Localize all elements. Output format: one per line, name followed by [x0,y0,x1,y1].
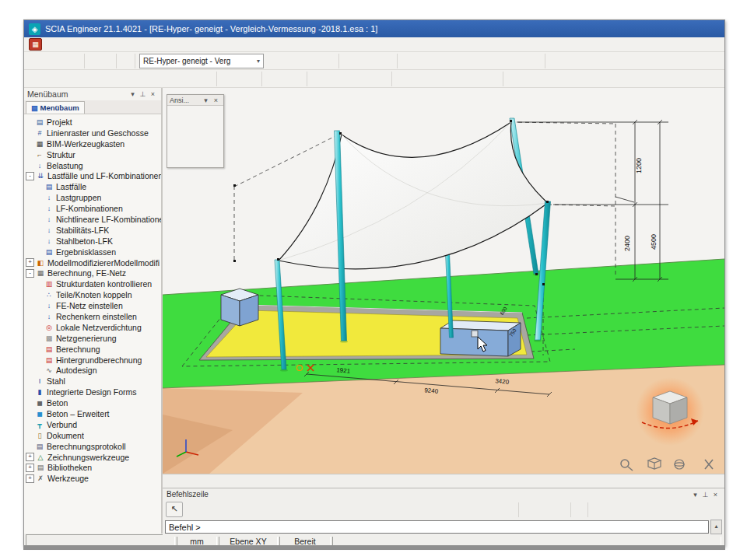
point-tool-icon[interactable] [29,72,42,85]
set-view-point-icon[interactable] [181,119,194,131]
move-icon[interactable] [278,72,291,85]
tree-expander[interactable]: + [26,464,34,472]
tree-zeichnungswerkzeuge[interactable]: + △ Zeichnungswerkzeuge [24,452,161,463]
show-loads-icon[interactable] [188,475,200,488]
half-a-icon[interactable] [474,72,487,85]
arc-center-icon[interactable] [684,503,696,516]
support-tool-icon[interactable] [174,72,188,85]
rectangle-tool-icon[interactable] [108,72,121,85]
snap-plane-icon[interactable] [545,503,556,516]
zoom-all-icon[interactable] [181,131,194,142]
light-icon[interactable] [169,142,181,154]
column-icon[interactable] [587,54,601,67]
snap-vector-icon[interactable] [556,503,568,516]
circle-dim-icon[interactable] [545,72,559,85]
section-a-icon[interactable] [612,72,625,85]
cross-link-icon[interactable] [161,72,174,85]
zoom-window-icon[interactable] [169,131,181,142]
tree-belastung[interactable]: ↓ Belastung [24,160,161,171]
close-icon[interactable]: × [710,491,721,499]
view-4-icon[interactable] [206,107,219,119]
layer-icon[interactable] [282,475,293,488]
tree-projekt[interactable]: ▤ Projekt [24,117,161,128]
show-supports-icon[interactable] [200,475,212,488]
tree-beton[interactable]: ◼ Beton [24,397,161,408]
opening-icon[interactable] [667,54,680,67]
add-node-icon[interactable] [310,72,323,85]
camera-2-icon[interactable] [194,142,206,154]
member-2d-icon[interactable] [561,54,574,67]
tree-bibliotheken[interactable]: + ▤ Bibliotheken [24,463,161,474]
tree-lastfaelle[interactable]: ▤ Lastfälle [24,181,161,192]
tree-netzgenerierung[interactable]: ▩ Netzgenerierung [24,333,161,344]
tree-bim-werkzeugkasten[interactable]: ▦ BIM-Werkzeugkasten [24,138,161,149]
abort-icon[interactable] [342,54,355,67]
zoom-out-icon[interactable] [206,119,219,131]
clipboard-icon[interactable] [323,54,336,67]
tree-expander[interactable]: + [26,258,34,267]
free-node-icon[interactable] [188,72,201,85]
copy-attributes-icon[interactable] [270,54,283,67]
wave-tool-icon[interactable] [638,72,651,85]
node-tool-icon[interactable] [148,72,161,85]
sum-icon[interactable] [310,54,323,67]
beam-icon[interactable] [574,54,587,67]
line-tool-icon[interactable] [42,72,55,85]
command-input[interactable] [165,520,709,534]
rib-icon[interactable] [601,54,614,67]
tree-fe-netz-einstellen[interactable]: ↓ FE-Netz einstellen [24,300,161,311]
tree-expander[interactable]: - [26,269,34,278]
view-params-icon[interactable] [206,142,219,154]
line-grid-icon[interactable] [696,503,707,516]
triangle-tool-icon[interactable] [559,72,572,85]
view-1-icon[interactable] [169,107,181,119]
fast-draw-icon[interactable] [258,475,270,488]
tree-nichtlineare-lf[interactable]: ↓ Nichtlineare LF-Kombinatione [24,214,161,225]
snap-line-icon[interactable] [469,503,481,516]
tree-werkzeuge[interactable]: + ✗ Werkzeuge [24,473,161,484]
tree-rechenkern-einstellen[interactable]: ↓ Rechenkern einstellen [24,311,161,322]
frame-y-icon[interactable] [693,54,707,67]
angle-dim-icon[interactable] [519,72,532,85]
tree-modellmodifizierer[interactable]: + ◧ ModellmodifiziererModellmodifi [24,257,161,268]
tree-linienraster[interactable]: # Linienraster und Geschosse [24,128,161,138]
close-icon[interactable]: × [148,90,158,98]
parallel-tool-icon[interactable] [598,72,612,85]
tree-hintergrundberechnung[interactable]: ▤ Hintergrundberechnung [24,355,161,366]
chevron-down-icon[interactable]: ▾ [201,96,211,104]
rotate-back-icon[interactable] [233,72,246,85]
snap-angle-icon[interactable] [521,503,533,516]
menu-bibliotheken[interactable] [82,44,93,45]
render-solid-icon[interactable] [177,475,188,488]
image-icon[interactable] [368,54,381,67]
result-line-icon[interactable] [506,72,519,85]
flag-icon[interactable] [355,54,368,67]
grid-point-icon[interactable] [591,503,602,516]
viewport-canvas[interactable]: 1200 2400 4500 1921 9240 3420 600 750 [163,88,724,474]
member-1d-icon[interactable] [548,54,561,67]
redo-icon[interactable] [100,54,114,67]
menu-ansicht[interactable] [72,44,82,45]
undo-icon[interactable] [87,54,100,67]
view-settings-icon[interactable] [270,475,282,488]
tree-verbund[interactable]: ┳ Verbund [24,419,161,430]
print-preview-icon[interactable] [413,54,426,67]
open-recent-icon[interactable] [55,54,68,67]
tree-dokument[interactable]: ▯ Dokument [24,430,161,441]
opening-tool-icon[interactable] [135,72,148,85]
more-tools-icon[interactable] [651,72,665,85]
filter-d-icon[interactable] [434,72,447,85]
rotate-view-icon[interactable] [169,119,181,131]
new-project-icon[interactable] [29,54,42,67]
nearest-icon[interactable] [637,503,649,516]
diameter-dim-icon[interactable] [532,72,545,85]
menu-menuebaum[interactable] [115,44,126,45]
catalog-blocks-icon[interactable] [707,54,720,67]
intersection-icon[interactable] [649,503,661,516]
tree-strukturdaten[interactable]: ▥ Strukturdaten kontrollieren [24,278,161,289]
save-icon[interactable] [68,54,82,67]
section-b-icon[interactable] [625,72,638,85]
tree-expander[interactable]: + [26,453,34,461]
extend-v-icon[interactable] [363,72,376,85]
show-results-icon[interactable] [247,475,258,488]
